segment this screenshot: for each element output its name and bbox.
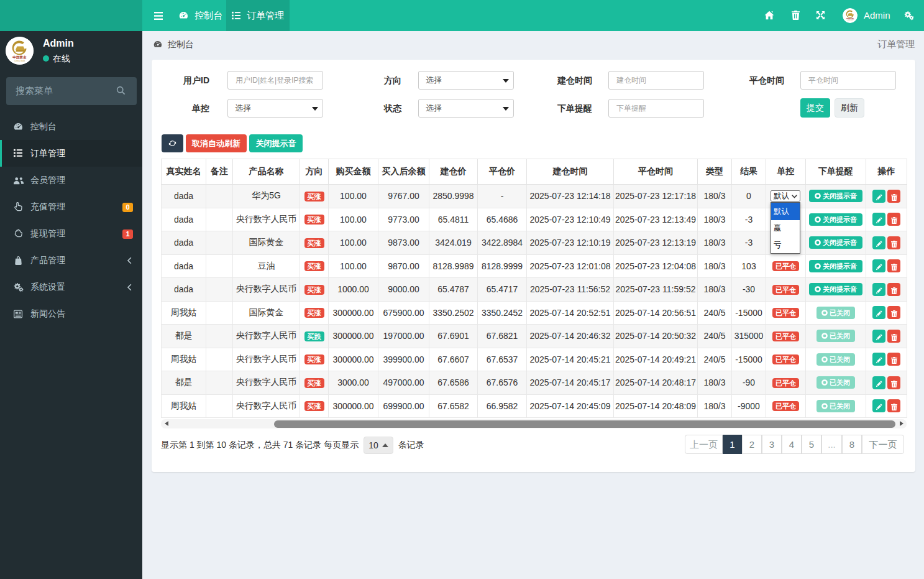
svg-text:China Gold: China Gold (848, 20, 853, 21)
svg-text:China Gold: China Gold (14, 60, 25, 62)
svg-text:中国黄金: 中国黄金 (846, 17, 854, 20)
svg-text:中国黄金: 中国黄金 (12, 55, 27, 60)
